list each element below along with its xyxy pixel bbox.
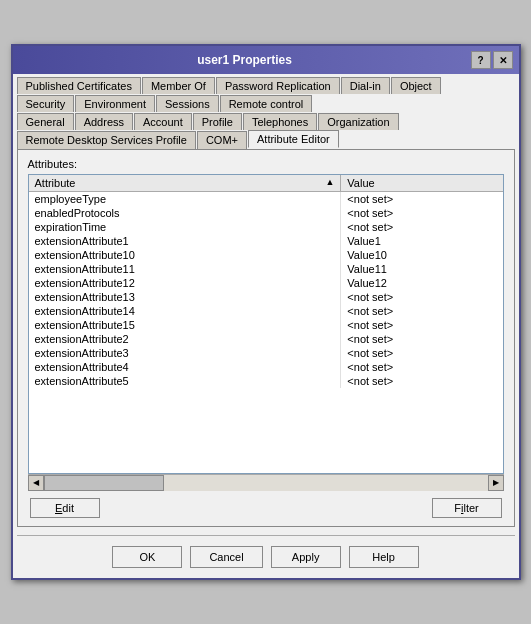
horizontal-scrollbar[interactable]: ◀ ▶ — [28, 474, 504, 490]
value-cell: <not set> — [341, 220, 503, 234]
table-row[interactable]: enabledProtocols<not set> — [29, 206, 503, 220]
table-row[interactable]: extensionAttribute13<not set> — [29, 290, 503, 304]
col-header-value[interactable]: Value — [341, 175, 503, 192]
tab-row-2: Security Environment Sessions Remote con… — [17, 94, 515, 111]
close-button[interactable]: ✕ — [493, 51, 513, 69]
tab-object[interactable]: Object — [391, 77, 441, 94]
value-cell: <not set> — [341, 192, 503, 207]
tab-sessions[interactable]: Sessions — [156, 95, 219, 112]
table-row[interactable]: extensionAttribute1Value1 — [29, 234, 503, 248]
edit-filter-row: Edit Filter — [28, 498, 504, 518]
tab-organization[interactable]: Organization — [318, 113, 398, 130]
tab-com-plus[interactable]: COM+ — [197, 131, 247, 149]
attribute-cell: extensionAttribute4 — [29, 360, 341, 374]
scroll-left-button[interactable]: ◀ — [28, 475, 44, 491]
window: user1 Properties ? ✕ Published Certifica… — [11, 44, 521, 580]
value-cell: <not set> — [341, 318, 503, 332]
tab-account[interactable]: Account — [134, 113, 192, 130]
table-row[interactable]: extensionAttribute10Value10 — [29, 248, 503, 262]
attribute-cell: extensionAttribute14 — [29, 304, 341, 318]
attribute-cell: enabledProtocols — [29, 206, 341, 220]
cancel-button[interactable]: Cancel — [190, 546, 262, 568]
table-row[interactable]: extensionAttribute12Value12 — [29, 276, 503, 290]
tab-rdsp[interactable]: Remote Desktop Services Profile — [17, 131, 196, 149]
title-bar-controls: ? ✕ — [471, 51, 513, 69]
table-row[interactable]: employeeType<not set> — [29, 192, 503, 207]
content-area: Attributes: Attribute ▲ Value — [17, 149, 515, 527]
ok-button[interactable]: OK — [112, 546, 182, 568]
table-row[interactable]: extensionAttribute14<not set> — [29, 304, 503, 318]
scroll-thumb[interactable] — [44, 475, 164, 491]
apply-button[interactable]: Apply — [271, 546, 341, 568]
attribute-cell: extensionAttribute10 — [29, 248, 341, 262]
divider — [17, 535, 515, 536]
value-cell: <not set> — [341, 360, 503, 374]
tabs-area: Published Certificates Member Of Passwor… — [13, 74, 519, 148]
attribute-cell: extensionAttribute15 — [29, 318, 341, 332]
edit-button[interactable]: Edit — [30, 498, 100, 518]
attribute-table: Attribute ▲ Value employeeType<not set>e… — [29, 175, 503, 388]
table-row[interactable]: extensionAttribute3<not set> — [29, 346, 503, 360]
table-row[interactable]: extensionAttribute5<not set> — [29, 374, 503, 388]
tab-security[interactable]: Security — [17, 95, 75, 112]
attribute-cell: extensionAttribute2 — [29, 332, 341, 346]
tab-profile[interactable]: Profile — [193, 113, 242, 130]
value-cell: <not set> — [341, 346, 503, 360]
title-bar: user1 Properties ? ✕ — [13, 46, 519, 74]
sort-arrow-icon: ▲ — [325, 177, 334, 187]
attribute-cell: extensionAttribute5 — [29, 374, 341, 388]
help-bottom-button[interactable]: Help — [349, 546, 419, 568]
attribute-cell: extensionAttribute13 — [29, 290, 341, 304]
bottom-buttons: OK Cancel Apply Help — [13, 542, 519, 578]
value-cell: <not set> — [341, 374, 503, 388]
tab-remote-control[interactable]: Remote control — [220, 95, 313, 112]
window-title: user1 Properties — [19, 53, 471, 67]
attributes-label: Attributes: — [28, 158, 504, 170]
tab-address[interactable]: Address — [75, 113, 133, 130]
attribute-cell: extensionAttribute1 — [29, 234, 341, 248]
value-cell: Value10 — [341, 248, 503, 262]
value-cell: <not set> — [341, 206, 503, 220]
attribute-cell: employeeType — [29, 192, 341, 207]
value-cell: Value1 — [341, 234, 503, 248]
value-cell: Value12 — [341, 276, 503, 290]
value-cell: <not set> — [341, 304, 503, 318]
filter-button[interactable]: Filter — [432, 498, 502, 518]
table-row[interactable]: extensionAttribute2<not set> — [29, 332, 503, 346]
attribute-table-scroll[interactable]: Attribute ▲ Value employeeType<not set>e… — [29, 175, 503, 473]
tab-attribute-editor[interactable]: Attribute Editor — [248, 130, 339, 148]
attribute-cell: expirationTime — [29, 220, 341, 234]
table-row[interactable]: extensionAttribute4<not set> — [29, 360, 503, 374]
attribute-table-container: Attribute ▲ Value employeeType<not set>e… — [28, 174, 504, 474]
table-row[interactable]: expirationTime<not set> — [29, 220, 503, 234]
tab-row-4: Remote Desktop Services Profile COM+ Att… — [17, 130, 515, 148]
tab-member-of[interactable]: Member Of — [142, 77, 215, 94]
scroll-right-button[interactable]: ▶ — [488, 475, 504, 491]
scroll-track[interactable] — [44, 475, 488, 491]
table-row[interactable]: extensionAttribute11Value11 — [29, 262, 503, 276]
help-button[interactable]: ? — [471, 51, 491, 69]
value-cell: Value11 — [341, 262, 503, 276]
tab-environment[interactable]: Environment — [75, 95, 155, 112]
tab-telephones[interactable]: Telephones — [243, 113, 317, 130]
attribute-cell: extensionAttribute3 — [29, 346, 341, 360]
attribute-cell: extensionAttribute12 — [29, 276, 341, 290]
value-cell: <not set> — [341, 332, 503, 346]
tab-row-3: General Address Account Profile Telephon… — [17, 112, 515, 129]
col-header-attribute[interactable]: Attribute ▲ — [29, 175, 341, 192]
table-row[interactable]: extensionAttribute15<not set> — [29, 318, 503, 332]
tab-dial-in[interactable]: Dial-in — [341, 77, 390, 94]
tab-general[interactable]: General — [17, 113, 74, 130]
attribute-cell: extensionAttribute11 — [29, 262, 341, 276]
value-cell: <not set> — [341, 290, 503, 304]
tab-password-replication[interactable]: Password Replication — [216, 77, 340, 94]
tab-published-certificates[interactable]: Published Certificates — [17, 77, 141, 94]
tab-row-1: Published Certificates Member Of Passwor… — [17, 76, 515, 93]
